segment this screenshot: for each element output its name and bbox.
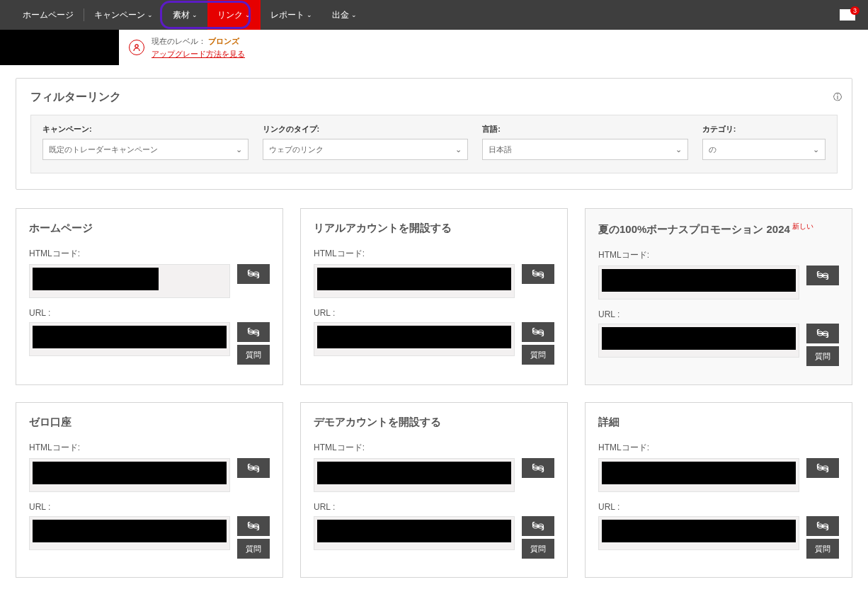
category-select[interactable]: の⌄: [702, 139, 826, 160]
card-title: ホームページ: [29, 222, 270, 235]
question-button[interactable]: 質問: [806, 346, 839, 366]
filter-category-label: カテゴリ:: [702, 124, 826, 135]
filter-language-label: 言語:: [482, 124, 688, 135]
url-label: URL :: [314, 308, 554, 318]
chevron-down-icon: ⌄: [351, 11, 357, 18]
url-label: URL :: [598, 502, 839, 512]
question-button[interactable]: 質問: [522, 345, 554, 365]
link-card: デモアカウントを開設するHTMLコード:URL :質問: [300, 402, 568, 578]
html-code-label: HTMLコード:: [29, 442, 270, 454]
svg-rect-21: [251, 467, 256, 469]
copy-html-button[interactable]: [237, 458, 270, 478]
html-code-label: HTMLコード:: [598, 249, 839, 261]
nav-material[interactable]: 素材⌄: [163, 0, 207, 30]
html-code-box[interactable]: [29, 264, 230, 298]
redacted-content: [602, 462, 796, 484]
redacted-content: [602, 327, 796, 350]
redacted-content: [317, 520, 511, 542]
filter-category: カテゴリ: の⌄: [702, 124, 826, 160]
link-card: 詳細HTMLコード:URL :質問: [585, 402, 852, 578]
campaign-select[interactable]: 既定のトレーダーキャンペーン⌄: [42, 139, 249, 160]
language-select[interactable]: 日本語⌄: [482, 139, 688, 160]
level-prefix: 現在のレベル：: [152, 37, 206, 45]
svg-rect-27: [536, 467, 540, 469]
nav-link[interactable]: リンク⌄: [207, 0, 261, 30]
user-bar: 現在のレベル： ブロンズ アップグレード方法を見る: [0, 30, 868, 65]
user-avatar-redacted: [0, 30, 119, 65]
filter-title: フィルターリンク: [30, 90, 838, 105]
card-title: ゼロ口座: [29, 416, 270, 429]
url-label: URL :: [314, 502, 554, 512]
html-code-label: HTMLコード:: [598, 442, 839, 454]
svg-rect-9: [536, 273, 540, 275]
html-code-box[interactable]: [598, 458, 799, 492]
html-code-label: HTMLコード:: [314, 248, 554, 260]
mail-button[interactable]: 3: [840, 9, 855, 21]
html-code-box[interactable]: [314, 458, 515, 492]
link-card: ゼロ口座HTMLコード:URL :質問: [16, 402, 283, 578]
url-box[interactable]: [314, 516, 515, 550]
svg-rect-33: [821, 467, 825, 469]
svg-rect-24: [251, 525, 256, 527]
card-title: デモアカウントを開設する: [314, 416, 554, 429]
linktype-select[interactable]: ウェブのリンク⌄: [263, 139, 469, 160]
svg-rect-15: [821, 275, 825, 276]
chevron-down-icon: ⌄: [455, 145, 462, 154]
nav-withdraw[interactable]: 出金⌄: [322, 0, 367, 30]
redacted-content: [317, 268, 511, 290]
svg-rect-36: [821, 525, 825, 527]
copy-html-button[interactable]: [522, 264, 554, 284]
filter-row: キャンペーン: 既定のトレーダーキャンペーン⌄ リンクのタイプ: ウェブのリンク…: [30, 115, 838, 173]
main-content: フィルターリンク ⓘ キャンペーン: 既定のトレーダーキャンペーン⌄ リンクのタ…: [0, 65, 868, 591]
nav-campaign[interactable]: キャンペーン⌄: [84, 0, 163, 30]
url-box[interactable]: [598, 324, 799, 358]
level-info: 現在のレベル： ブロンズ アップグレード方法を見る: [152, 36, 245, 59]
copy-html-button[interactable]: [522, 458, 554, 478]
filter-linktype-label: リンクのタイプ:: [263, 124, 469, 135]
copy-html-button[interactable]: [806, 266, 839, 285]
copy-url-button[interactable]: [806, 324, 839, 343]
url-label: URL :: [29, 308, 270, 318]
copy-url-button[interactable]: [237, 516, 270, 536]
card-title: リアルアカウントを開設する: [314, 222, 554, 235]
svg-rect-3: [251, 273, 256, 275]
link-card: ホームページHTMLコード:URL :質問: [16, 208, 283, 385]
url-box[interactable]: [314, 322, 515, 356]
chevron-down-icon: ⌄: [192, 11, 198, 18]
svg-rect-18: [821, 333, 825, 334]
level-value: ブロンズ: [208, 37, 239, 45]
svg-point-0: [135, 45, 138, 47]
question-button[interactable]: 質問: [522, 539, 554, 559]
html-code-box[interactable]: [598, 266, 799, 300]
nav-home[interactable]: ホームページ: [13, 0, 84, 30]
redacted-content: [602, 520, 796, 542]
url-box[interactable]: [29, 516, 230, 550]
question-button[interactable]: 質問: [237, 539, 270, 559]
chevron-down-icon: ⌄: [245, 11, 251, 18]
copy-html-button[interactable]: [237, 264, 270, 284]
url-box[interactable]: [29, 322, 230, 356]
filter-linktype: リンクのタイプ: ウェブのリンク⌄: [263, 124, 469, 160]
copy-url-button[interactable]: [237, 322, 270, 342]
filter-campaign-label: キャンペーン:: [42, 124, 249, 135]
question-button[interactable]: 質問: [806, 539, 839, 559]
redacted-content: [33, 520, 227, 542]
card-title: 夏の100%ボーナスプロモーション 2024新しい: [598, 222, 839, 236]
copy-url-button[interactable]: [522, 516, 554, 536]
redacted-content: [602, 269, 796, 292]
copy-html-button[interactable]: [806, 458, 839, 478]
nav-report[interactable]: レポート⌄: [261, 0, 322, 30]
question-button[interactable]: 質問: [237, 345, 270, 365]
copy-url-button[interactable]: [522, 322, 554, 342]
copy-url-button[interactable]: [806, 516, 839, 536]
url-box[interactable]: [598, 516, 799, 550]
html-code-box[interactable]: [314, 264, 515, 298]
html-code-box[interactable]: [29, 458, 230, 492]
filter-campaign: キャンペーン: 既定のトレーダーキャンペーン⌄: [42, 124, 249, 160]
url-label: URL :: [598, 309, 839, 319]
info-icon[interactable]: ⓘ: [833, 91, 842, 103]
url-label: URL :: [29, 502, 270, 512]
upgrade-link[interactable]: アップグレード方法を見る: [152, 50, 245, 58]
new-tag: 新しい: [792, 222, 813, 230]
redacted-content: [33, 326, 227, 348]
